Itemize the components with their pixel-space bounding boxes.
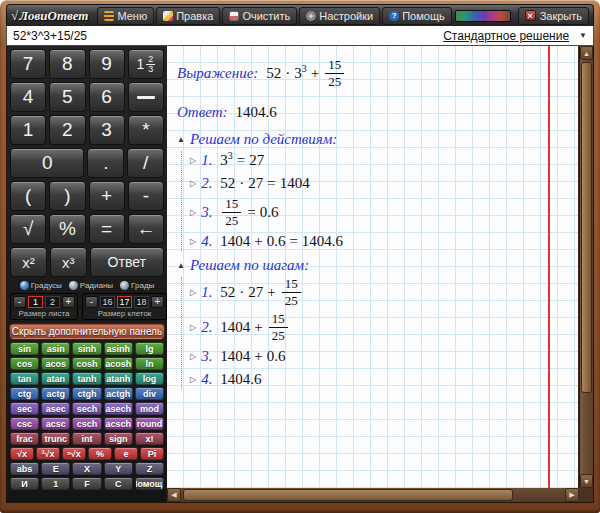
key-([interactable]: ( — [10, 181, 46, 211]
key-3[interactable]: 3 — [89, 115, 125, 145]
fn-key-Y[interactable]: Y — [104, 462, 133, 475]
fn-key-atan[interactable]: atan — [41, 372, 70, 385]
fn-key-asec[interactable]: asec — [41, 402, 70, 415]
menu-item-Помощь[interactable]: ?Помощь — [382, 7, 452, 25]
answer-key[interactable]: Ответ — [90, 247, 164, 277]
key-6[interactable]: 6 — [89, 82, 125, 112]
key-5[interactable]: 5 — [49, 82, 85, 112]
fn-key-sinh[interactable]: sinh — [72, 342, 101, 355]
scroll-left-icon[interactable]: ◀ — [167, 488, 181, 502]
dropdown-arrow-icon[interactable]: ▼ — [579, 31, 587, 40]
key-x²[interactable]: x² — [10, 247, 47, 277]
fn-key-ln[interactable]: ln — [135, 357, 164, 370]
fn-key-int[interactable]: int — [72, 432, 101, 445]
cell-size-value-18[interactable]: 18 — [134, 296, 149, 308]
fn-key-div[interactable]: div — [135, 387, 164, 400]
fn-key-ⁿ√x[interactable]: ⁿ√x — [62, 447, 86, 460]
fn-key-abs[interactable]: abs — [10, 462, 39, 475]
fn-key-asin[interactable]: asin — [41, 342, 70, 355]
fn-key-mod[interactable]: mod — [135, 402, 164, 415]
fn-key-round[interactable]: round — [135, 417, 164, 430]
sheet-size-increase-button[interactable]: + — [62, 296, 75, 308]
key-8[interactable]: 8 — [49, 49, 85, 79]
sheet-size-decrease-button[interactable]: - — [13, 296, 26, 308]
mixed-fraction-key[interactable]: 123 — [128, 49, 164, 79]
fn-key-log[interactable]: log — [135, 372, 164, 385]
key-*[interactable]: * — [128, 115, 164, 145]
color-palette-strip[interactable] — [455, 10, 511, 22]
key-/[interactable]: / — [127, 148, 164, 178]
cell-size-value-17[interactable]: 17 — [117, 296, 132, 308]
close-button[interactable]: × Закрыть — [518, 7, 589, 25]
scroll-up-icon[interactable]: ▲ — [580, 46, 593, 60]
fn-key-actg[interactable]: actg — [41, 387, 70, 400]
step-toggle-icon[interactable]: ▷ — [190, 288, 196, 297]
fn-key-C[interactable]: C — [104, 477, 133, 490]
fraction-bar-key[interactable] — [128, 82, 164, 112]
fn-key-ctgh[interactable]: ctgh — [72, 387, 101, 400]
fn-key-frac[interactable]: frac — [10, 432, 39, 445]
fn-key-csch[interactable]: csch — [72, 417, 101, 430]
sheet-size-value-1[interactable]: 1 — [28, 296, 43, 308]
key-←[interactable]: ← — [128, 214, 164, 244]
fn-key-tanh[interactable]: tanh — [72, 372, 101, 385]
step-toggle-icon[interactable]: ▷ — [190, 237, 196, 246]
key-4[interactable]: 4 — [10, 82, 46, 112]
key-%[interactable]: % — [49, 214, 85, 244]
step-toggle-icon[interactable]: ▷ — [190, 156, 196, 165]
key-2[interactable]: 2 — [49, 115, 85, 145]
vertical-scrollbar[interactable]: ▲ ▼ — [579, 46, 593, 488]
fn-key-E[interactable]: E — [41, 462, 70, 475]
angle-option-Радианы[interactable]: Радианы — [69, 281, 113, 290]
fn-key-И[interactable]: И — [10, 477, 39, 490]
fn-key-acsc[interactable]: acsc — [41, 417, 70, 430]
horizontal-scroll-track[interactable] — [181, 488, 565, 502]
key-+[interactable]: + — [89, 181, 125, 211]
sheet-size-value-2[interactable]: 2 — [45, 296, 60, 308]
fn-key-trunc[interactable]: trunc — [41, 432, 70, 445]
fn-key-F[interactable]: F — [72, 477, 101, 490]
scroll-right-icon[interactable]: ▶ — [565, 488, 579, 502]
fn-key-csc[interactable]: csc — [10, 417, 39, 430]
key-√[interactable]: √ — [10, 214, 46, 244]
menu-item-Очистить[interactable]: Очистить — [222, 7, 297, 25]
cell-size-value-16[interactable]: 16 — [100, 296, 115, 308]
fn-key-lg[interactable]: lg — [135, 342, 164, 355]
fn-key-√x[interactable]: √x — [10, 447, 34, 460]
key--[interactable]: - — [128, 181, 164, 211]
fn-key-X[interactable]: X — [72, 462, 101, 475]
section-toggle-icon[interactable]: ▲ — [177, 261, 185, 270]
fn-key-sec[interactable]: sec — [10, 402, 39, 415]
horizontal-scroll-thumb[interactable] — [183, 489, 513, 501]
key-)[interactable]: ) — [49, 181, 85, 211]
fn-key-actgh[interactable]: actgh — [104, 387, 133, 400]
fn-key-asinh[interactable]: asinh — [104, 342, 133, 355]
fn-key-acos[interactable]: acos — [41, 357, 70, 370]
key-9[interactable]: 9 — [89, 49, 125, 79]
key-.[interactable]: . — [87, 148, 124, 178]
scroll-down-icon[interactable]: ▼ — [580, 474, 593, 488]
expression-input[interactable] — [13, 29, 435, 43]
step-toggle-icon[interactable]: ▷ — [190, 352, 196, 361]
step-toggle-icon[interactable]: ▷ — [190, 179, 196, 188]
step-toggle-icon[interactable]: ▷ — [190, 375, 196, 384]
fn-key-%[interactable]: % — [88, 447, 112, 460]
fn-key-³√x[interactable]: ³√x — [36, 447, 60, 460]
fn-key-cos[interactable]: cos — [10, 357, 39, 370]
key-7[interactable]: 7 — [10, 49, 46, 79]
section-toggle-icon[interactable]: ▲ — [177, 135, 185, 144]
fn-key-x![interactable]: x! — [135, 432, 164, 445]
step-toggle-icon[interactable]: ▷ — [190, 323, 196, 332]
fn-key-atanh[interactable]: atanh — [104, 372, 133, 385]
key-1[interactable]: 1 — [10, 115, 46, 145]
fn-key-asech[interactable]: asech — [104, 402, 133, 415]
menu-item-Меню[interactable]: Меню — [97, 7, 154, 25]
fn-key-sign[interactable]: sign — [104, 432, 133, 445]
horizontal-scrollbar[interactable]: ◀ ▶ — [167, 488, 579, 502]
angle-option-Грады[interactable]: Грады — [120, 281, 154, 290]
solution-mode-select[interactable]: Стандартное решение — [443, 29, 569, 43]
step-toggle-icon[interactable]: ▷ — [190, 208, 196, 217]
angle-option-Градусы[interactable]: Градусы — [20, 281, 62, 290]
fn-key-e[interactable]: e — [114, 447, 138, 460]
fn-key-tan[interactable]: tan — [10, 372, 39, 385]
